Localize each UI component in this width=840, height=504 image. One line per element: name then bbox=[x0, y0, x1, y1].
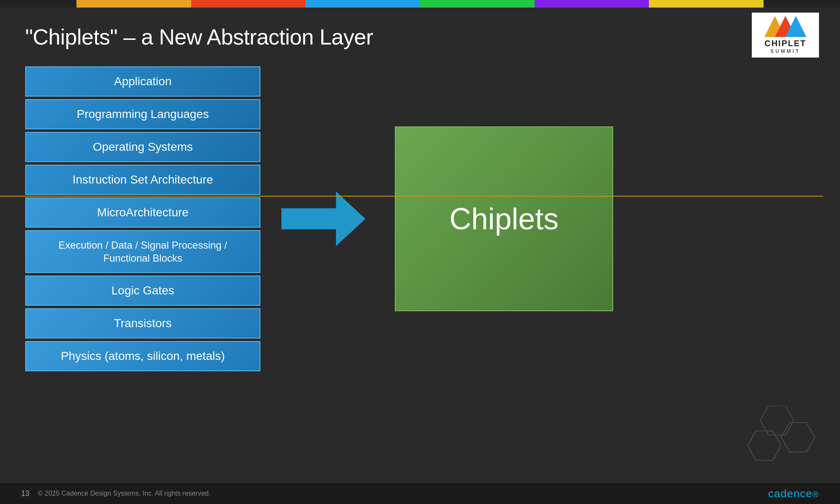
right-arrow-svg bbox=[281, 192, 365, 246]
layer-stack: Application Programming Languages Operat… bbox=[25, 66, 260, 371]
page-number: 13 bbox=[21, 489, 29, 498]
layer-microarchitecture: MicroArchitecture bbox=[25, 197, 260, 228]
layer-application: Application bbox=[25, 66, 260, 97]
layer-transistors: Transistors bbox=[25, 308, 260, 339]
brand-cadence-text: c bbox=[768, 487, 774, 500]
content-area: Application Programming Languages Operat… bbox=[25, 66, 815, 371]
layer-execution-dsp: Execution / Data / Signal Processing / F… bbox=[25, 230, 260, 273]
arrow-container bbox=[281, 192, 365, 246]
svg-marker-5 bbox=[781, 423, 815, 452]
footer-left: 13 © 2025 Cadence Design Systems, Inc. A… bbox=[21, 489, 210, 498]
topbar-seg-5 bbox=[420, 0, 535, 8]
layer-isa: Instruction Set Architecture bbox=[25, 165, 260, 195]
layer-logic-gates: Logic Gates bbox=[25, 276, 260, 306]
topbar-seg-2 bbox=[76, 0, 191, 8]
chiplets-box: Chiplets bbox=[395, 126, 613, 311]
layer-physics: Physics (atoms, silicon, metals) bbox=[25, 341, 260, 371]
brand-rest: dence bbox=[780, 487, 812, 500]
svg-marker-3 bbox=[281, 192, 365, 246]
layer-programming-languages: Programming Languages bbox=[25, 99, 260, 129]
layer-operating-systems: Operating Systems bbox=[25, 132, 260, 162]
right-side-content: Chiplets bbox=[269, 126, 613, 311]
chiplets-label: Chiplets bbox=[449, 202, 559, 236]
topbar-seg-4 bbox=[305, 0, 420, 8]
topbar-seg-8 bbox=[764, 0, 840, 8]
hex-decorations bbox=[735, 406, 827, 483]
topbar-seg-6 bbox=[535, 0, 649, 8]
main-content: "Chiplets" – a New Abstraction Layer App… bbox=[0, 8, 840, 388]
abstraction-divider-line bbox=[0, 196, 823, 197]
footer: 13 © 2025 Cadence Design Systems, Inc. A… bbox=[0, 483, 840, 504]
footer-copyright: © 2025 Cadence Design Systems, Inc. All … bbox=[38, 490, 210, 497]
brand-dot: ® bbox=[812, 490, 819, 499]
brand-accent: a bbox=[774, 487, 780, 500]
topbar-seg-3 bbox=[191, 0, 306, 8]
footer-brand: cadence® bbox=[768, 487, 819, 500]
hex-svg bbox=[735, 406, 827, 481]
topbar-seg-1 bbox=[0, 0, 76, 8]
top-color-bar bbox=[0, 0, 840, 8]
topbar-seg-7 bbox=[649, 0, 764, 8]
slide-title: "Chiplets" – a New Abstraction Layer bbox=[25, 24, 815, 50]
